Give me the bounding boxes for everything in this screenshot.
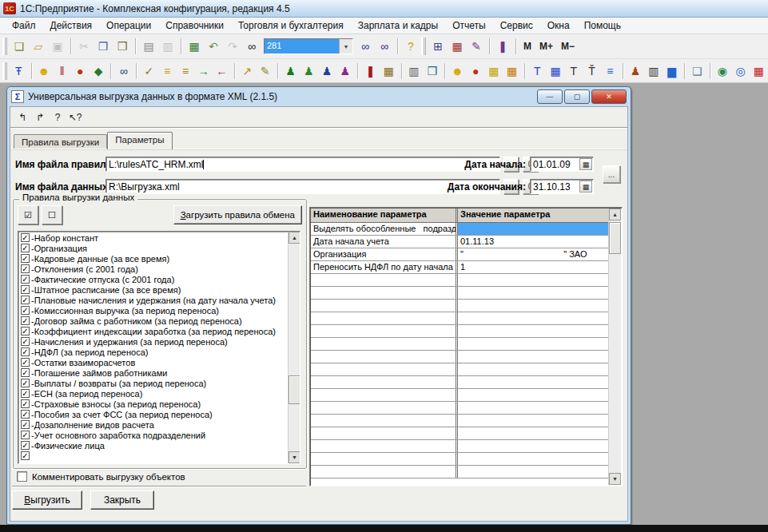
- start-date-input[interactable]: 01.01.09 ▦: [530, 157, 594, 172]
- smiley2-icon[interactable]: ☻: [448, 62, 467, 81]
- start-date-calendar-icon[interactable]: ▦: [579, 158, 592, 170]
- find-prev-icon[interactable]: ∞: [375, 37, 394, 56]
- param-name-cell[interactable]: [311, 453, 458, 465]
- table-row-empty[interactable]: [311, 466, 608, 478]
- menu-item-5[interactable]: Торговля и бухгалтерия: [231, 18, 351, 33]
- rule-checkbox[interactable]: ✓: [21, 441, 30, 450]
- rule-item[interactable]: ✓: [19, 451, 287, 461]
- column-header[interactable]: Значение параметра: [458, 208, 608, 222]
- open-folder-icon[interactable]: ▱: [29, 37, 48, 56]
- param-value-cell[interactable]: [458, 351, 608, 363]
- copy-icon[interactable]: ❐: [94, 37, 113, 56]
- scroll-up-icon[interactable]: ▲: [288, 232, 300, 244]
- cabinet-icon[interactable]: ▥: [405, 62, 424, 81]
- rule-checkbox[interactable]: ✓: [21, 337, 30, 346]
- book-icon[interactable]: ❚: [493, 37, 512, 56]
- tab-parameters[interactable]: Параметры: [107, 132, 172, 149]
- rule-checkbox[interactable]: ✓: [21, 410, 30, 419]
- close-dialog-button[interactable]: Закрыть: [90, 490, 154, 510]
- param-value-cell[interactable]: [458, 402, 608, 414]
- doc-t-blue-icon[interactable]: T: [528, 62, 547, 81]
- menu-item-1[interactable]: Файл: [5, 18, 43, 33]
- menu-item-7[interactable]: Отчеты: [445, 18, 492, 33]
- param-name-cell[interactable]: [311, 402, 458, 414]
- export-button[interactable]: Выгрузить: [12, 490, 82, 510]
- table-row[interactable]: Выделять обособленные подразд: [311, 223, 608, 236]
- param-value-cell[interactable]: [458, 453, 608, 465]
- table-row[interactable]: Организация" " ЗАО: [311, 248, 608, 261]
- param-value-cell[interactable]: [458, 274, 608, 286]
- table-row-empty[interactable]: [311, 338, 608, 351]
- tab-rules[interactable]: Правила выгрузки: [14, 134, 107, 149]
- employee-add-icon[interactable]: ♟: [281, 62, 300, 81]
- param-value-cell[interactable]: [458, 415, 608, 427]
- employee-card-icon[interactable]: ♟: [318, 62, 336, 81]
- rule-item[interactable]: ✓-Начисления и удержания (за период пере…: [19, 336, 287, 347]
- doc-check-icon[interactable]: ✓: [140, 62, 158, 81]
- param-name-cell[interactable]: [311, 325, 458, 337]
- param-value-cell[interactable]: [458, 440, 608, 452]
- menu-item-2[interactable]: Действия: [43, 18, 100, 33]
- memory-plus-button[interactable]: M+: [535, 37, 557, 56]
- doc-write-icon[interactable]: ✎: [257, 62, 275, 81]
- param-name-cell[interactable]: [311, 287, 458, 299]
- rule-checkbox[interactable]: ✓: [21, 264, 30, 273]
- close-button[interactable]: ✕: [591, 89, 627, 104]
- comment-checkbox[interactable]: [17, 471, 27, 482]
- binoculars-chart-icon[interactable]: ∞: [114, 62, 133, 81]
- rule-item[interactable]: ✓-Договор займа с работником (за период …: [19, 316, 287, 326]
- table-row-empty[interactable]: [311, 427, 608, 440]
- rule-item[interactable]: ✓-Плановые начисления и удержания (на да…: [19, 295, 287, 305]
- rule-item[interactable]: ✓-Физические лица: [19, 440, 287, 451]
- param-value-cell[interactable]: 01.11.13: [458, 236, 608, 248]
- param-name-cell[interactable]: [311, 300, 458, 312]
- data-file-input[interactable]: R:\Выгрузка.xml: [105, 179, 500, 194]
- parameters-table-scrollbar[interactable]: ▲ ▼: [608, 208, 621, 485]
- param-name-cell[interactable]: [311, 363, 458, 375]
- cd-help-icon[interactable]: ◉: [714, 62, 732, 81]
- param-name-cell[interactable]: Дата начала учета: [311, 236, 458, 248]
- rule-item[interactable]: ✓-Комиссионная выручка (за период перено…: [19, 305, 287, 316]
- param-name-cell[interactable]: [311, 338, 458, 350]
- exit-door-icon[interactable]: ▦: [185, 37, 204, 56]
- param-name-cell[interactable]: [311, 389, 458, 401]
- quick-search-combo[interactable]: 281▼: [264, 38, 353, 54]
- column-header[interactable]: Наименование параметра: [311, 208, 458, 222]
- param-value-cell[interactable]: [458, 389, 608, 401]
- param-name-cell[interactable]: [311, 427, 458, 439]
- table-row-empty[interactable]: [311, 325, 608, 338]
- param-value-cell[interactable]: 1: [458, 261, 608, 273]
- memory-m-button[interactable]: M: [519, 37, 535, 56]
- rule-item[interactable]: ✓-Штатное расписание (за все время): [19, 284, 287, 295]
- param-value-cell[interactable]: [458, 325, 608, 337]
- doc-arrow-in-icon[interactable]: →: [194, 62, 213, 81]
- rule-item[interactable]: ✓-Остатки взаиморасчетов: [19, 357, 287, 367]
- rules-list-scrollbar[interactable]: ▲ ▼: [288, 232, 300, 463]
- maximize-button[interactable]: ▢: [564, 89, 590, 104]
- param-value-cell[interactable]: " " ЗАО: [458, 248, 608, 260]
- param-value-cell[interactable]: [458, 287, 608, 299]
- scrollbar-thumb[interactable]: [288, 375, 300, 404]
- rule-item[interactable]: ✓-Выплаты / возвраты (за период переноса…: [19, 378, 287, 388]
- scroll-up-icon[interactable]: ▲: [609, 208, 621, 220]
- check-all-button[interactable]: ☑: [18, 205, 38, 224]
- calendar-icon[interactable]: ▦: [448, 37, 467, 56]
- param-name-cell[interactable]: [311, 312, 458, 324]
- rule-checkbox[interactable]: ✓: [21, 233, 30, 242]
- apple2-icon[interactable]: ●: [467, 62, 485, 81]
- rule-item[interactable]: ✓-ЕСН (за период переноса): [19, 388, 287, 399]
- param-value-cell[interactable]: [458, 312, 608, 324]
- smiley-sunglasses-icon[interactable]: ☻: [34, 62, 53, 81]
- date-options-button[interactable]: ...: [603, 165, 620, 183]
- table-row-empty[interactable]: [311, 363, 608, 376]
- memory-minus-button[interactable]: M−: [557, 37, 579, 56]
- rule-checkbox[interactable]: ✓: [21, 316, 30, 325]
- param-name-cell[interactable]: [311, 351, 458, 363]
- paste-icon[interactable]: ❒: [113, 37, 132, 56]
- menu-item-9[interactable]: Окна: [540, 18, 577, 33]
- param-value-cell[interactable]: [458, 338, 608, 350]
- doc-t-icon[interactable]: T: [564, 62, 583, 81]
- rule-item[interactable]: ✓-Пособия за счет ФСС (за период перенос…: [19, 409, 287, 419]
- rule-checkbox[interactable]: ✓: [21, 399, 30, 408]
- param-name-cell[interactable]: Переносить НДФЛ по дату начала: [311, 261, 458, 273]
